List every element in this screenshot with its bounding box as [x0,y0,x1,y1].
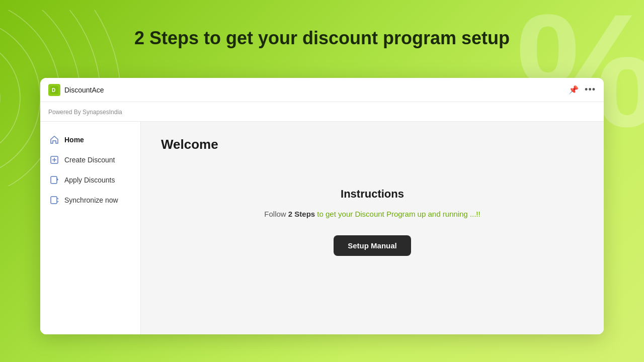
pin-icon[interactable]: 📌 [569,85,579,95]
sidebar-apply-discounts-label: Apply Discounts [64,176,115,184]
sidebar-create-discount-label: Create Discount [64,156,115,164]
title-bar-right: 📌 ••• [569,84,596,95]
svg-rect-12 [51,176,57,184]
setup-manual-button[interactable]: Setup Manual [334,235,411,256]
svg-rect-13 [51,197,57,204]
sidebar-item-home[interactable]: Home [40,130,140,150]
home-icon [49,135,59,145]
sidebar-synchronize-label: Synchronize now [64,196,118,204]
title-bar: D DiscountAce 📌 ••• [40,78,604,102]
welcome-title: Welcome [161,137,584,152]
instructions-title: Instructions [171,188,574,201]
page-title: 2 Steps to get your discount program set… [0,28,644,49]
instructions-card: Instructions Follow 2 Steps to get your … [161,167,584,276]
instructions-text: Follow 2 Steps to get your Discount Prog… [171,209,574,220]
app-name: DiscountAce [64,86,104,94]
create-discount-icon [49,155,59,165]
apply-discounts-icon [49,175,59,185]
instructions-bold: 2 Steps [288,210,315,218]
more-options-icon[interactable]: ••• [585,84,596,95]
powered-bar: Powered By SynapsesIndia [40,102,604,122]
app-window: D DiscountAce 📌 ••• Powered By SynapsesI… [40,78,604,334]
instructions-text-prefix: Follow [264,210,288,218]
instructions-text-link: to get your Discount Program up and runn… [315,210,480,218]
sidebar-home-label: Home [64,136,84,144]
powered-by-text: Powered By SynapsesIndia [48,109,122,116]
svg-text:D: D [52,87,55,93]
app-logo: D [48,84,60,96]
svg-point-1 [0,38,20,158]
sidebar: Home Create Discount [40,122,141,334]
sidebar-item-apply-discounts[interactable]: Apply Discounts [40,170,140,190]
main-content: Home Create Discount [40,122,604,334]
title-bar-left: D DiscountAce [48,84,104,96]
synchronize-icon [49,195,59,205]
sidebar-item-synchronize[interactable]: Synchronize now [40,190,140,210]
content-area: Welcome Instructions Follow 2 Steps to g… [141,122,604,334]
sidebar-item-create-discount[interactable]: Create Discount [40,150,140,170]
